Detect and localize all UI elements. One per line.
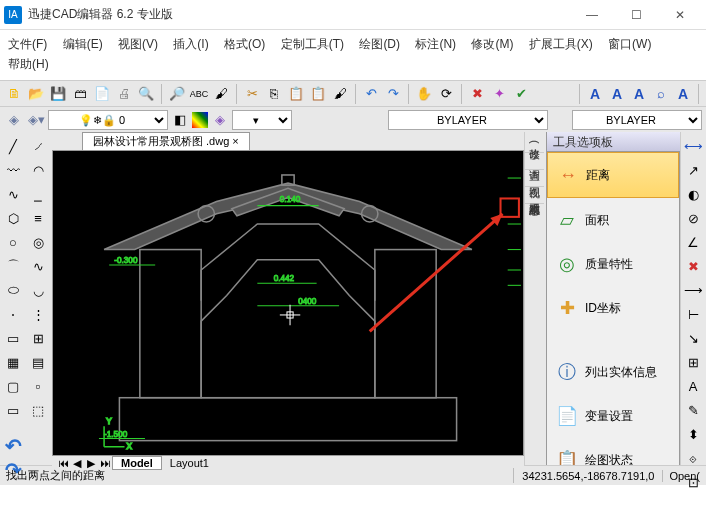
erase-icon[interactable]: ✖ (467, 84, 487, 104)
menu-draw[interactable]: 绘图(D) (359, 37, 400, 51)
dim-radius-icon[interactable]: ◐ (683, 184, 703, 204)
mline-icon[interactable]: ≡ (27, 208, 49, 228)
dim-update-icon[interactable]: ⟐ (683, 448, 703, 468)
new-icon[interactable]: 🗎 (4, 84, 24, 104)
menu-help[interactable]: 帮助(H) (8, 57, 49, 71)
copy-icon[interactable]: ⎘ (264, 84, 284, 104)
vtab-modify[interactable]: 修改( (525, 132, 544, 153)
text-a3-icon[interactable]: A (629, 84, 649, 104)
text-a1-icon[interactable]: A (585, 84, 605, 104)
palette-status[interactable]: 📋 绘图状态 (547, 438, 679, 465)
block-icon[interactable]: ▭ (2, 328, 24, 348)
vtab-3dorbit[interactable]: 三维动态观察 (525, 187, 544, 204)
undo-icon[interactable]: ↶ (361, 84, 381, 104)
palette-setvar[interactable]: 📄 变量设置 (547, 394, 679, 438)
menu-insert[interactable]: 插入(I) (173, 37, 208, 51)
spline-icon[interactable]: ∿ (2, 184, 24, 204)
dim-aligned-icon[interactable]: ↗ (683, 160, 703, 180)
text-a4-icon[interactable]: ⌕ (651, 84, 671, 104)
wipeout-icon[interactable]: ▫ (27, 376, 49, 396)
menu-modify[interactable]: 修改(M) (471, 37, 513, 51)
text-a2-icon[interactable]: A (607, 84, 627, 104)
menu-edit[interactable]: 编辑(E) (63, 37, 103, 51)
gradient-icon[interactable]: ▤ (27, 352, 49, 372)
insert-icon[interactable]: ⊞ (27, 328, 49, 348)
dim-edit-icon[interactable]: ✎ (683, 400, 703, 420)
find-icon[interactable]: 🔎 (167, 84, 187, 104)
ray-icon[interactable]: ⟋ (27, 136, 49, 156)
print-preview-icon[interactable]: 🔍 (136, 84, 156, 104)
status-mode[interactable]: Open( (663, 470, 706, 482)
earc-icon[interactable]: ◡ (27, 280, 49, 300)
donut-icon[interactable]: ◎ (27, 232, 49, 252)
xline-icon[interactable]: ⎯ (27, 184, 49, 204)
palette-id[interactable]: ✚ ID坐标 (547, 286, 679, 330)
spell-icon[interactable]: ABC (189, 84, 209, 104)
purge-icon[interactable]: ✦ (489, 84, 509, 104)
saveall-icon[interactable]: 🗃 (70, 84, 90, 104)
menu-view[interactable]: 视图(V) (118, 37, 158, 51)
ellipse-icon[interactable]: ⬭ (2, 280, 24, 300)
maximize-button[interactable]: ☐ (614, 1, 658, 29)
redo-icon[interactable]: ↷ (383, 84, 403, 104)
vtab-view[interactable]: 视图 (525, 170, 544, 187)
text-a5-icon[interactable]: A (673, 84, 693, 104)
circle-icon[interactable]: ○ (2, 232, 24, 252)
palette-mass[interactable]: ◎ 质量特性 (547, 242, 679, 286)
color-select[interactable]: ▾ (232, 110, 292, 130)
menu-dim[interactable]: 标注(N) (415, 37, 456, 51)
vtab-inquiry[interactable]: 调查 (525, 153, 544, 170)
arc-icon[interactable]: ◠ (27, 160, 49, 180)
open-icon[interactable]: 📂 (26, 84, 46, 104)
palette-list[interactable]: ⓘ 列出实体信息 (547, 350, 679, 394)
boundary-icon[interactable]: ⬚ (27, 400, 49, 420)
layer-select[interactable]: 💡❄🔒 0 (48, 110, 168, 130)
cut-icon[interactable]: ✂ (242, 84, 262, 104)
palette-area[interactable]: ▱ 面积 (547, 198, 679, 242)
minimize-button[interactable]: — (570, 1, 614, 29)
menu-custom-tools[interactable]: 定制工具(T) (281, 37, 344, 51)
divide-icon[interactable]: ⋮ (27, 304, 49, 324)
menu-file[interactable]: 文件(F) (8, 37, 47, 51)
doc-tab[interactable]: 园林设计常用景观桥图 .dwg × (82, 132, 250, 150)
layer-state-icon[interactable]: ◈▾ (26, 110, 46, 130)
dim-continue-icon[interactable]: ⟶ (683, 280, 703, 300)
arc2-icon[interactable]: ⌒ (2, 256, 24, 276)
hatch-icon[interactable]: ▦ (2, 352, 24, 372)
drawing-canvas[interactable]: 0.140 0.442 0400 -0.300 -1.500 (52, 150, 524, 456)
palette-distance[interactable]: ↔ 距离 (547, 152, 679, 198)
menu-format[interactable]: 格式(O) (224, 37, 265, 51)
polygon-icon[interactable]: ⬡ (2, 208, 24, 228)
audit-icon[interactable]: ✔ (511, 84, 531, 104)
pline-icon[interactable]: 〰 (2, 160, 24, 180)
dim-baseline-icon[interactable]: ⊢ (683, 304, 703, 324)
matchprop-icon[interactable]: 🖌 (330, 84, 350, 104)
save-icon[interactable]: 💾 (48, 84, 68, 104)
rect-icon[interactable]: ▭ (2, 400, 24, 420)
pan-icon[interactable]: ✋ (414, 84, 434, 104)
paste-icon[interactable]: 📋 (308, 84, 328, 104)
region-icon[interactable]: ▢ (2, 376, 24, 396)
dim-linear-icon[interactable]: ⟷ (683, 136, 703, 156)
paint-icon[interactable]: 🖌 (211, 84, 231, 104)
dim-tolerance-icon[interactable]: ⊞ (683, 352, 703, 372)
revcloud-icon[interactable]: ∿ (27, 256, 49, 276)
lineweight-select[interactable]: BYLAYER (572, 110, 702, 130)
pdf-icon[interactable]: 📄 (92, 84, 112, 104)
dim-delete-icon[interactable]: ✖ (683, 256, 703, 276)
layer-tool-icon[interactable]: ◈ (210, 110, 230, 130)
line-icon[interactable]: ╱ (2, 136, 24, 156)
dim-angular-icon[interactable]: ∠ (683, 232, 703, 252)
dim-leader-icon[interactable]: ↘ (683, 328, 703, 348)
point-icon[interactable]: · (2, 304, 24, 324)
color-icon[interactable] (192, 112, 208, 128)
layer-mgr-icon[interactable]: ◈ (4, 110, 24, 130)
linetype-select[interactable]: BYLAYER (388, 110, 548, 130)
dim-style-icon[interactable]: ⬍ (683, 424, 703, 444)
close-button[interactable]: ✕ (658, 1, 702, 29)
menu-ext-tools[interactable]: 扩展工具(X) (529, 37, 593, 51)
print-icon[interactable]: 🖨 (114, 84, 134, 104)
menu-window[interactable]: 窗口(W) (608, 37, 651, 51)
dim-diameter-icon[interactable]: ⊘ (683, 208, 703, 228)
layer-prev-icon[interactable]: ◧ (170, 110, 190, 130)
